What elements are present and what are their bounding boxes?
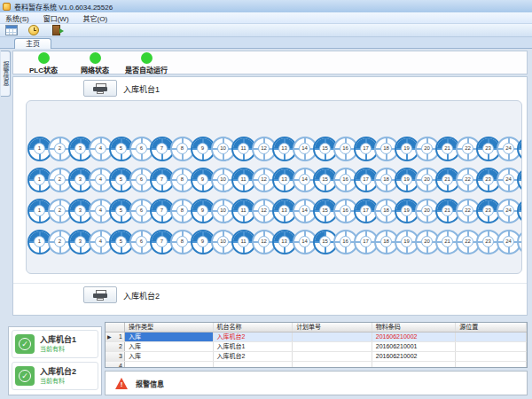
machine-card-text: 入库机台2当前有料 xyxy=(40,367,76,385)
table-cell[interactable]: 201606210002 xyxy=(372,332,457,341)
station2-title: 入库机台2 xyxy=(123,290,160,301)
station2-header: 入库机台2 xyxy=(13,283,527,306)
table-row[interactable]: 2入库入库机台1201606210001 xyxy=(106,342,527,352)
column-header: 操作类型 xyxy=(125,323,214,332)
station1-title: 入库机台1 xyxy=(123,83,160,95)
table-row[interactable]: ▶1入库入库机台2201606210002 xyxy=(106,332,527,342)
table-cell[interactable]: 入库 xyxy=(125,342,214,351)
machine-card-title: 入库机台1 xyxy=(40,335,76,345)
station1-slot-grid: 1234567891011121314151617181920212223242… xyxy=(26,100,522,274)
table-cell[interactable] xyxy=(456,342,527,351)
status-indicator: 是否自动运行 xyxy=(125,51,168,74)
window-title: 卷料暂存系统 V1.0.6034.25526 xyxy=(14,2,113,12)
machine-card-title: 入库机台2 xyxy=(40,367,76,377)
status-panel: PLC状态网络状态是否自动运行 xyxy=(12,51,528,74)
app-icon xyxy=(3,3,11,11)
column-header: 机台名称 xyxy=(214,323,293,332)
station1-header: 入库机台1 xyxy=(13,77,527,100)
status-indicator: 网络状态 xyxy=(74,51,116,74)
table-row[interactable]: 3入库入库机台2201606210002 xyxy=(106,352,527,362)
slot-row: 1234567891011121314151617181920212223242… xyxy=(27,137,521,161)
title-bar[interactable]: 卷料暂存系统 V1.0.6034.25526 xyxy=(0,0,532,12)
coil-slot[interactable]: 25 xyxy=(517,137,522,161)
column-header: 物料条码 xyxy=(372,323,457,332)
table-cell[interactable]: 入库 xyxy=(125,352,214,361)
table-cell[interactable] xyxy=(125,362,214,368)
slot-row: 1234567891011121314151617181920212223242… xyxy=(27,199,521,223)
row-header-cell: 2 xyxy=(106,342,125,351)
machine-card-text: 入库机台1当前有料 xyxy=(40,335,76,353)
table-cell[interactable]: 入库 xyxy=(125,332,214,341)
workspace: 报警信息 PLC状态网络状态是否自动运行 入库机台1 1234567891011… xyxy=(0,49,532,399)
table-cell[interactable] xyxy=(293,332,372,341)
machine-card-status: 当前有料 xyxy=(40,345,76,353)
menu-other[interactable]: 其它(O) xyxy=(83,13,108,23)
exit-icon[interactable] xyxy=(48,25,64,36)
column-header: 源位置 xyxy=(456,323,527,332)
status-indicator: PLC状态 xyxy=(22,51,65,74)
status-light-icon xyxy=(38,52,50,64)
table-cell[interactable] xyxy=(214,362,293,368)
table-cell[interactable]: 入库机台2 xyxy=(214,332,293,341)
table-cell[interactable] xyxy=(456,362,527,368)
printer-icon xyxy=(93,83,107,94)
table-cell[interactable] xyxy=(372,362,457,368)
table-cell[interactable] xyxy=(456,332,527,341)
check-glyph: ✓ xyxy=(19,338,31,350)
toolbar xyxy=(0,24,532,37)
table-cell[interactable]: 入库机台1 xyxy=(214,342,293,351)
table-cell[interactable]: 入库机台2 xyxy=(214,352,293,361)
coil-slot[interactable]: 25 xyxy=(517,230,522,254)
tab-strip: 主页 xyxy=(0,37,532,49)
table-cell[interactable] xyxy=(293,362,372,368)
side-dock-tab[interactable]: 报警信息 xyxy=(1,51,11,97)
printer-icon xyxy=(93,290,107,301)
check-glyph: ✓ xyxy=(19,370,31,382)
menu-system[interactable]: 系统(S) xyxy=(5,13,29,23)
row-header-cell: 3 xyxy=(106,352,125,361)
machine-card[interactable]: ✓入库机台2当前有料 xyxy=(12,362,98,390)
machine-status-cards: ✓入库机台1当前有料✓入库机台2当前有料 xyxy=(8,326,102,395)
column-header: 计划单号 xyxy=(293,323,372,332)
row-header-cell xyxy=(106,323,125,332)
table-row[interactable]: 4 xyxy=(106,362,527,368)
machine-card-status: 当前有料 xyxy=(40,377,76,385)
clock-icon[interactable] xyxy=(26,25,42,36)
print-button-station2[interactable] xyxy=(83,286,117,303)
app-window: 卷料暂存系统 V1.0.6034.25526 系统(S) 窗口(W) 其它(O)… xyxy=(0,0,532,399)
table-cell[interactable]: 201606210002 xyxy=(372,352,457,361)
alarm-bar[interactable]: 报警信息 xyxy=(105,371,528,395)
table-cell[interactable] xyxy=(293,352,372,361)
status-label: 是否自动运行 xyxy=(125,65,168,74)
table-cell[interactable] xyxy=(456,352,527,361)
machine-card[interactable]: ✓入库机台1当前有料 xyxy=(12,330,98,358)
coil-slot[interactable]: 25 xyxy=(517,199,522,223)
coil-slot[interactable]: 25 xyxy=(517,168,522,192)
task-table: 操作类型机台名称计划单号物料条码源位置▶1入库入库机台2201606210002… xyxy=(105,322,528,368)
row-header-cell: ▶1 xyxy=(106,332,125,341)
check-icon: ✓ xyxy=(15,334,35,354)
station-monitor-panel: 入库机台1 1234567891011121314151617181920212… xyxy=(12,76,528,316)
table-cell[interactable]: 201606210001 xyxy=(372,342,457,351)
menu-window[interactable]: 窗口(W) xyxy=(43,13,69,23)
calendar-icon[interactable] xyxy=(4,25,20,36)
table-header-row: 操作类型机台名称计划单号物料条码源位置 xyxy=(106,323,527,332)
alarm-label: 报警信息 xyxy=(136,379,164,388)
warning-icon xyxy=(114,378,129,389)
status-light-icon xyxy=(90,52,101,64)
status-label: PLC状态 xyxy=(29,65,58,74)
slot-row: 1234567891011121314151617181920212223242… xyxy=(27,230,521,254)
status-label: 网络状态 xyxy=(81,65,109,74)
row-header-cell: 4 xyxy=(106,362,125,368)
menu-bar: 系统(S) 窗口(W) 其它(O) xyxy=(0,12,532,24)
print-button-station1[interactable] xyxy=(83,80,117,97)
table-cell[interactable] xyxy=(293,342,372,351)
status-light-icon xyxy=(141,52,153,64)
slot-row: 1234567891011121314151617181920212223242… xyxy=(27,168,521,192)
check-icon: ✓ xyxy=(15,366,35,386)
tab-home[interactable]: 主页 xyxy=(14,38,51,49)
